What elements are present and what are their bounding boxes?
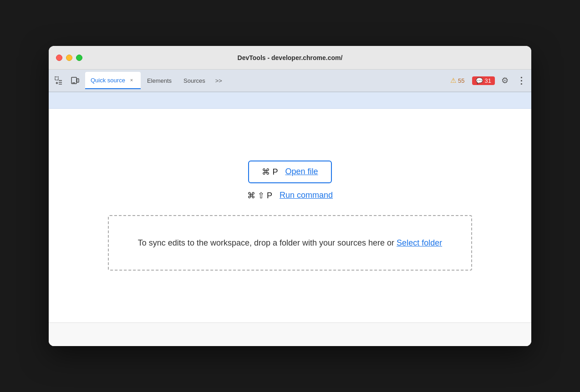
- run-command-link[interactable]: Run command: [280, 191, 333, 200]
- drop-zone-text: To sync edits to the workspace, drop a f…: [138, 238, 397, 247]
- tab-label: Elements: [147, 77, 172, 84]
- tab-icons: [52, 74, 81, 87]
- open-file-kbd: ⌘ P: [262, 167, 278, 177]
- main-content: ⌘ P Open file ⌘ ⇧ P Run command To sync …: [49, 92, 531, 346]
- svg-rect-0: [55, 77, 58, 80]
- select-folder-link[interactable]: Select folder: [397, 238, 442, 247]
- run-command-row: ⌘ ⇧ P Run command: [247, 191, 333, 201]
- error-icon: 💬: [476, 77, 483, 84]
- window-title: DevTools - developer.chrome.com/: [238, 54, 343, 61]
- bottom-strip: [49, 322, 531, 346]
- warning-count: 55: [458, 77, 464, 84]
- more-tabs-button[interactable]: >>: [212, 77, 226, 84]
- warnings-badge[interactable]: ⚠ 55: [447, 75, 468, 86]
- close-button[interactable]: [56, 55, 62, 61]
- more-options-icon[interactable]: ⋮: [515, 74, 528, 87]
- svg-rect-7: [77, 79, 79, 82]
- errors-badge[interactable]: 💬 31: [472, 76, 495, 85]
- tab-label: Sources: [183, 77, 205, 84]
- settings-icon[interactable]: ⚙: [499, 74, 511, 87]
- warning-icon: ⚠: [450, 76, 456, 85]
- device-icon[interactable]: [69, 74, 81, 87]
- error-count: 31: [485, 77, 491, 84]
- tab-close-icon[interactable]: ×: [128, 76, 135, 84]
- title-bar: DevTools - developer.chrome.com/: [49, 46, 531, 70]
- tab-sources[interactable]: Sources: [178, 72, 211, 89]
- traffic-lights: [56, 55, 82, 61]
- tab-quick-source[interactable]: Quick source ×: [85, 72, 141, 89]
- tabs-container: Quick source × Elements Sources >>: [85, 72, 447, 89]
- minimize-button[interactable]: [66, 55, 72, 61]
- devtools-window: DevTools - developer.chrome.com/: [49, 46, 531, 346]
- tab-label: Quick source: [91, 77, 125, 84]
- selector-icon[interactable]: [52, 74, 65, 87]
- tab-elements[interactable]: Elements: [142, 72, 177, 89]
- tab-bar-right: ⚠ 55 💬 31 ⚙ ⋮: [447, 74, 528, 87]
- open-file-link[interactable]: Open file: [285, 167, 318, 176]
- run-command-kbd: ⌘ ⇧ P: [247, 191, 272, 201]
- tab-bar: Quick source × Elements Sources >> ⚠ 55 …: [49, 70, 531, 92]
- maximize-button[interactable]: [76, 55, 82, 61]
- drop-zone[interactable]: To sync edits to the workspace, drop a f…: [108, 215, 472, 271]
- open-file-row: ⌘ P Open file: [248, 161, 331, 183]
- blue-header-strip: [49, 92, 531, 109]
- content-area: ⌘ P Open file ⌘ ⇧ P Run command To sync …: [49, 109, 531, 322]
